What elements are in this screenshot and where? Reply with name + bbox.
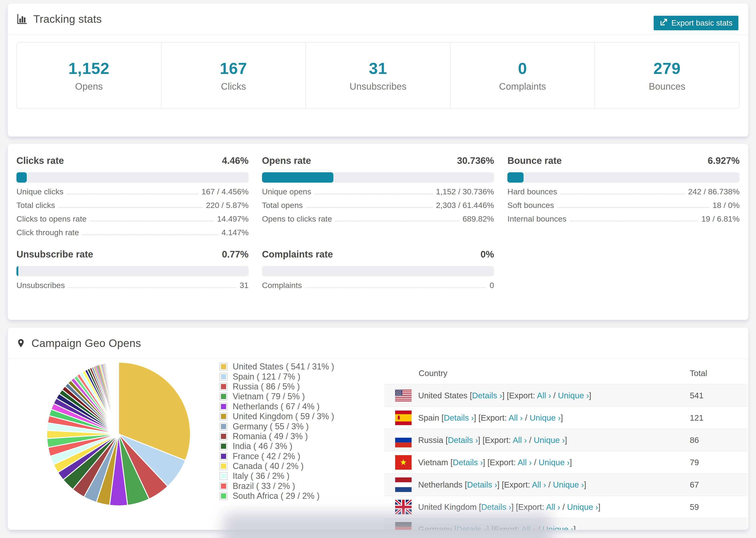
export-all-link[interactable]: All › [509,413,523,422]
details-link[interactable]: Details › [457,525,486,530]
legend-item[interactable]: Brazil ( 33 / 2% ) [220,481,334,491]
legend-swatch [220,403,228,410]
stat-value: 167 [220,59,247,78]
rate-head: Unsubscribe rate0.77% [17,248,249,260]
country-name: Germany [418,525,454,530]
stat-value: 0 [518,59,527,78]
stat-box: 0Complaints [450,42,595,108]
country-text: Spain [Details ›] [Export: All › / Uniqu… [418,413,563,422]
rate-row: Soft bounces18 / 0% [507,199,739,213]
legend-item[interactable]: Spain ( 121 / 7% ) [220,372,334,381]
legend-item[interactable]: Germany ( 55 / 3% ) [220,421,334,431]
legend-item[interactable]: India ( 46 / 3% ) [220,441,334,451]
rate-block: Clicks rate4.46%Unique clicks167 / 4.456… [17,155,249,240]
legend-item[interactable]: Italy ( 36 / 2% ) [220,471,334,481]
country-text: Germany [Details ›] [Export: All › / Uni… [418,525,576,530]
export-all-link[interactable]: All › [532,480,546,489]
rate-title: Unsubscribe rate [17,248,93,260]
export-unique-link[interactable]: Unique › [567,502,598,511]
rate-row-value: 4.147% [221,228,248,237]
geo-table-body: United States [Details ›] [Export: All ›… [384,384,747,530]
export-unique-link[interactable]: Unique › [558,391,589,400]
country-name: Russia [418,435,446,445]
rate-row-value: 0 [490,281,494,290]
details-link[interactable]: Details › [481,502,512,511]
details-link[interactable]: Details › [448,435,478,445]
rate-progress-fill [507,172,523,183]
rate-progress-fill [17,266,18,276]
legend-label: Netherlands ( 67 / 4% ) [233,402,320,411]
country-flag-icon-us [395,390,411,402]
rate-row: Unsubscribes31 [17,279,249,293]
country-flag-icon-gb [395,500,411,514]
details-link[interactable]: Details › [467,480,497,489]
legend-swatch [220,462,228,470]
rate-row-value: 31 [240,281,249,290]
page-title-wrap: Tracking stats [17,13,102,26]
rate-progress-fill [17,172,27,183]
legend-label: Romania ( 49 / 3% ) [233,431,308,441]
export-unique-link[interactable]: Unique › [534,435,565,445]
column-header-country: Country [384,368,690,378]
export-unique-link[interactable]: Unique › [530,413,561,422]
map-pin-icon [17,338,26,349]
rates-card: Clicks rate4.46%Unique clicks167 / 4.456… [8,144,748,320]
details-link[interactable]: Details › [472,391,502,400]
rates-grid: Clicks rate4.46%Unique clicks167 / 4.456… [17,155,739,293]
country-text: United States [Details ›] [Export: All ›… [418,391,591,400]
stat-label: Unsubscribes [350,81,406,92]
legend-item[interactable]: France ( 42 / 2% ) [220,452,334,461]
export-all-link[interactable]: All › [521,525,536,530]
country-text: Vietnam [Details ›] [Export: All › / Uni… [418,458,572,467]
rate-progressbar [262,172,494,183]
table-row: Germany [Details ›] [Export: All › / Uni… [384,518,747,530]
legend-swatch [220,432,228,440]
rate-row-value: 689.82% [462,214,494,224]
rate-rows: Unsubscribes31 [17,279,249,293]
legend-item[interactable]: Vietnam ( 79 / 5% ) [220,392,334,402]
rate-row-label: Complaints [262,281,302,290]
rate-row: Clicks to opens rate14.497% [17,213,249,226]
details-link[interactable]: Details › [444,413,474,422]
table-header-row: Country Total [384,362,747,384]
rate-rows: Hard bounces242 / 86.738%Soft bounces18 … [507,186,739,226]
legend-label: United States ( 541 / 31% ) [233,362,334,372]
legend-item[interactable]: United States ( 541 / 31% ) [220,362,334,372]
bar-chart-icon [17,14,27,25]
export-all-link[interactable]: All › [546,502,560,511]
stat-value: 1,152 [68,59,109,78]
column-header-total: Total [690,368,747,378]
export-basic-stats-button[interactable]: Export basic stats [654,16,738,30]
legend-item[interactable]: Russia ( 86 / 5% ) [220,382,334,392]
legend-label: Brazil ( 33 / 2% ) [233,481,295,491]
rate-block: Opens rate30.736%Unique opens1,152 / 30.… [262,155,494,240]
legend-item[interactable]: South Africa ( 29 / 2% ) [220,491,334,501]
legend-item[interactable]: United Kingdom ( 59 / 3% ) [220,411,334,421]
export-all-link[interactable]: All › [537,391,551,400]
rate-head: Complaints rate0% [262,248,494,260]
country-name: Spain [418,413,441,422]
country-cell: Germany [Details ›] [Export: All › / Uni… [384,522,690,530]
rate-row-label: Soft bounces [507,201,554,210]
dotted-leader [557,207,709,208]
page: { "accent_color": "#1089a4", "page_bg": … [0,0,756,538]
details-link[interactable]: Details › [453,458,483,467]
rate-row-value: 242 / 86.738% [688,187,739,196]
dotted-leader [90,221,214,221]
rate-row-label: Click through rate [17,228,79,237]
legend-item[interactable]: Netherlands ( 67 / 4% ) [220,402,334,411]
table-row: Vietnam [Details ›] [Export: All › / Uni… [384,451,747,473]
legend-item[interactable]: Romania ( 49 / 3% ) [220,431,334,441]
legend-swatch [220,482,228,490]
total-value: 121 [690,413,747,422]
dotted-leader [82,235,218,235]
export-all-link[interactable]: All › [513,435,527,445]
stat-box: 31Unsubscribes [305,42,450,108]
export-all-link[interactable]: All › [517,458,531,467]
legend-item[interactable]: Canada ( 40 / 2% ) [220,461,334,471]
table-row: Spain [Details ›] [Export: All › / Uniqu… [384,406,747,429]
export-unique-link[interactable]: Unique › [539,458,569,467]
export-unique-link[interactable]: Unique › [553,480,584,489]
country-text: Netherlands [Details ›] [Export: All › /… [418,480,586,489]
export-unique-link[interactable]: Unique › [542,525,573,530]
